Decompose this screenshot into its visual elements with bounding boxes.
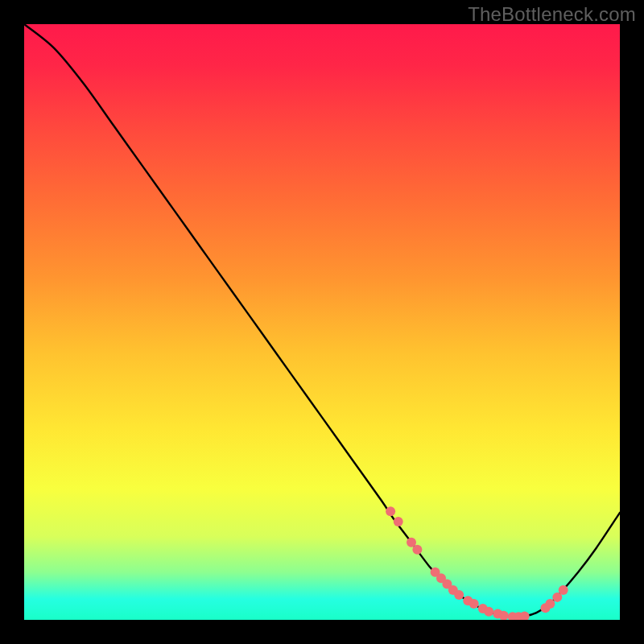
curve-marker — [559, 585, 568, 595]
chart-frame: TheBottleneck.com — [0, 0, 644, 644]
curve-marker — [454, 590, 464, 600]
curve-marker — [484, 607, 493, 617]
curve-marker — [394, 517, 403, 526]
curve-marker — [469, 599, 479, 609]
plot-svg — [24, 24, 620, 620]
bottleneck-plot — [24, 24, 620, 620]
gradient-bg — [24, 24, 620, 620]
curve-marker — [412, 545, 422, 555]
curve-marker — [386, 506, 395, 516]
curve-marker — [545, 599, 555, 609]
watermark-text: TheBottleneck.com — [468, 3, 636, 26]
